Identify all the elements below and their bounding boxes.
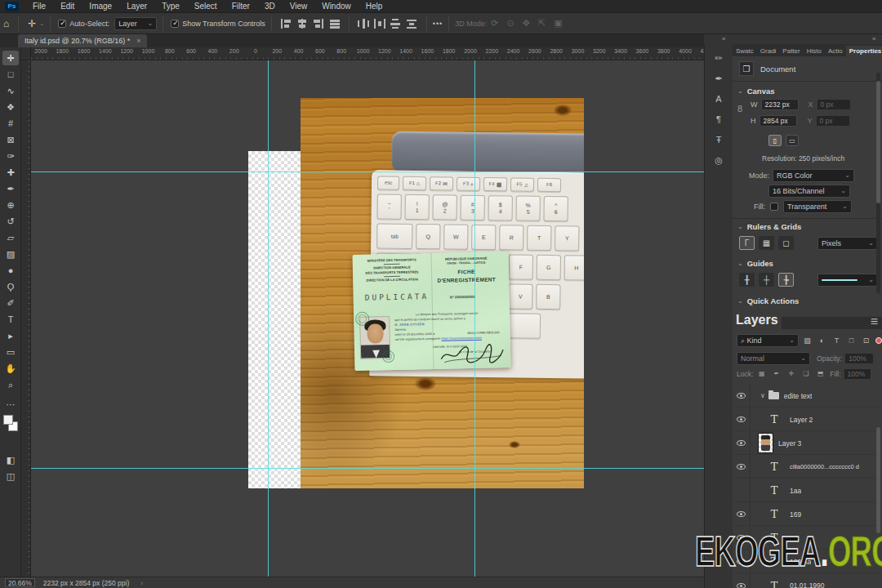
- toggle-snap-icon[interactable]: ◻: [778, 236, 794, 250]
- guides-icon-1[interactable]: ╂: [739, 273, 755, 287]
- clone-stamp-tool[interactable]: ⊕: [2, 198, 19, 212]
- eraser-tool[interactable]: ▱: [2, 230, 19, 245]
- filter-adjustment-layers-icon[interactable]: ◐: [816, 335, 828, 346]
- expand-panels-icon[interactable]: »: [872, 35, 875, 42]
- lock-all-icon[interactable]: ⬒: [814, 368, 826, 380]
- lock-position-icon[interactable]: ✛: [785, 368, 797, 380]
- fill-select[interactable]: Transparent: [783, 200, 852, 213]
- ruler-units-select[interactable]: Pixels: [817, 237, 878, 250]
- brush-tool[interactable]: ✒: [2, 181, 19, 196]
- character-panel-icon[interactable]: A: [710, 91, 727, 106]
- tab-layers[interactable]: Layers: [733, 311, 782, 329]
- visibility-toggle[interactable]: [733, 385, 751, 408]
- bit-depth-select[interactable]: 16 Bits/Channel: [768, 185, 850, 198]
- layer-row[interactable]: T Layer 2: [733, 408, 882, 431]
- layer-row[interactable]: T 01.01.1990: [733, 574, 882, 588]
- menu-edit[interactable]: Edit: [53, 0, 82, 13]
- align-right-icon[interactable]: [313, 19, 324, 29]
- filter-smart-objects-icon[interactable]: ⊡: [860, 335, 872, 346]
- visibility-toggle[interactable]: [733, 479, 751, 502]
- toggle-grid-icon[interactable]: ▦: [759, 236, 774, 250]
- libraries-panel-icon[interactable]: ◎: [710, 153, 727, 167]
- screen-mode-icon[interactable]: ◫: [2, 469, 19, 483]
- frame-tool[interactable]: ⊠: [2, 132, 19, 147]
- gradient-tool[interactable]: ▨: [2, 247, 19, 261]
- guide-vertical-1[interactable]: [268, 60, 269, 577]
- lock-transparency-icon[interactable]: ▦: [755, 368, 768, 380]
- menu-3d[interactable]: 3D: [257, 0, 283, 13]
- guides-icon-3[interactable]: ╊: [778, 273, 794, 287]
- dodge-tool[interactable]: Ϙ: [2, 279, 19, 294]
- properties-scrollbar[interactable]: [876, 73, 880, 293]
- fill-checkbox[interactable]: [770, 203, 778, 211]
- chevron-down-icon[interactable]: ⌄: [39, 20, 44, 27]
- tab-history[interactable]: Histo: [804, 46, 825, 56]
- path-selection-tool[interactable]: ▸: [2, 328, 19, 343]
- guide-style-select[interactable]: [817, 274, 878, 287]
- menu-file[interactable]: File: [25, 0, 53, 13]
- guides-icon-2[interactable]: ┼: [759, 273, 774, 287]
- visibility-toggle[interactable]: [733, 408, 751, 431]
- guides-section-header[interactable]: ⌄Guides: [737, 259, 773, 268]
- auto-select-checkbox[interactable]: [58, 20, 66, 28]
- marquee-tool[interactable]: □: [2, 67, 19, 82]
- zoom-tool[interactable]: ⌕: [2, 377, 19, 392]
- distribute-center-icon[interactable]: [374, 19, 385, 29]
- visibility-toggle[interactable]: [733, 456, 751, 479]
- layer-filter-kind-select[interactable]: ⌕ Kind: [737, 334, 799, 347]
- landscape-orientation-button[interactable]: ▭: [786, 135, 799, 146]
- layer-row[interactable]: T 1aa: [733, 479, 882, 502]
- home-icon[interactable]: ⌂: [0, 18, 12, 29]
- type-tool[interactable]: T: [2, 312, 19, 327]
- layer-row[interactable]: T 169: [733, 503, 882, 526]
- brush-settings-icon[interactable]: ✏: [710, 51, 727, 65]
- pen-tool[interactable]: ✐: [2, 296, 19, 310]
- ruler-left[interactable]: [21, 60, 31, 577]
- guide-horizontal-1[interactable]: [31, 172, 704, 172]
- canvas-height-field[interactable]: 2854 px: [760, 115, 797, 127]
- canvas-section-header[interactable]: ⌄Canvas: [737, 87, 775, 96]
- auto-select-target-select[interactable]: Layer: [114, 17, 157, 30]
- eyedropper-tool[interactable]: ✑: [2, 149, 19, 163]
- align-justify-icon[interactable]: [329, 19, 341, 29]
- collapse-panels-icon[interactable]: «: [722, 35, 725, 42]
- guide-horizontal-2[interactable]: [31, 468, 704, 469]
- filter-shape-layers-icon[interactable]: □: [845, 335, 858, 346]
- foreground-color-swatch[interactable]: [3, 415, 13, 425]
- layer-row[interactable]: Layer 3: [733, 432, 882, 455]
- object-selection-tool[interactable]: ❖: [2, 100, 19, 114]
- distribute-horizontal-icon[interactable]: [358, 19, 369, 29]
- align-center-icon[interactable]: [296, 19, 308, 29]
- align-left-icon[interactable]: [280, 19, 292, 29]
- more-options-icon[interactable]: •••: [433, 20, 443, 28]
- tab-properties[interactable]: Properties: [846, 46, 882, 56]
- visibility-toggle[interactable]: [733, 503, 751, 526]
- visibility-toggle[interactable]: [733, 574, 751, 588]
- ruler-top[interactable]: 2000180016001400120010008006004002000200…: [31, 47, 704, 60]
- layers-scrollbar[interactable]: [876, 427, 880, 533]
- distribute-spacing-icon[interactable]: [407, 19, 418, 29]
- toolbar-ellipsis-icon[interactable]: ⋯: [2, 397, 19, 412]
- status-menu-arrow[interactable]: ›: [140, 579, 143, 587]
- paragraph-panel-icon[interactable]: ¶: [710, 112, 727, 127]
- menu-select[interactable]: Select: [187, 0, 225, 13]
- healing-brush-tool[interactable]: ✚: [2, 165, 19, 180]
- photoshop-logo-icon[interactable]: Ps: [5, 2, 19, 11]
- crop-tool[interactable]: #: [2, 116, 19, 131]
- toggle-rulers-icon[interactable]: Γ: [739, 236, 755, 250]
- rectangle-tool[interactable]: ▭: [2, 345, 19, 359]
- menu-filter[interactable]: Filter: [225, 0, 257, 13]
- history-brush-tool[interactable]: ↺: [2, 214, 19, 229]
- move-tool[interactable]: ✛: [2, 51, 19, 65]
- ruler-corner[interactable]: [21, 47, 31, 60]
- portrait-orientation-button[interactable]: ▯: [768, 135, 782, 146]
- tab-swatches[interactable]: Swatc: [733, 46, 757, 56]
- menu-layer[interactable]: Layer: [119, 0, 154, 13]
- rulers-grids-section-header[interactable]: ⌄Rulers & Grids: [737, 222, 801, 231]
- menu-window[interactable]: Window: [314, 0, 359, 13]
- menu-type[interactable]: Type: [154, 0, 187, 13]
- canvas-viewport[interactable]: escF1⌂F2✉F3⌕F4▦F5♫F6~`!1@2#3$4%5^6tabQWE…: [31, 60, 704, 577]
- quick-mask-icon[interactable]: ◧: [2, 452, 19, 467]
- layers-menu-icon[interactable]: ≡: [871, 314, 882, 329]
- visibility-toggle[interactable]: [733, 432, 751, 455]
